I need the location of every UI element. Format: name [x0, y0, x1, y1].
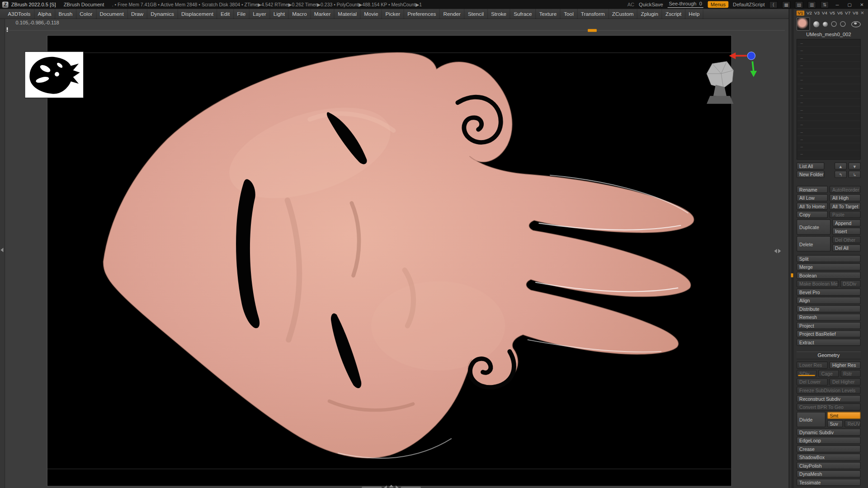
menu-item[interactable]: Material	[335, 9, 361, 19]
menu-item[interactable]: Displacement	[178, 9, 217, 19]
lower-res-button[interactable]: Lower Res	[797, 361, 828, 369]
menu-item[interactable]: Sufrace	[510, 9, 536, 19]
material-ball-icon[interactable]	[813, 21, 820, 27]
extract-button[interactable]: Extract	[797, 338, 861, 346]
delete-button[interactable]: Delete	[797, 236, 830, 252]
menu-item[interactable]: Preferences	[404, 9, 440, 19]
all-high-button[interactable]: All High	[830, 194, 861, 202]
layout-columns-icon[interactable]: ▥	[808, 1, 816, 8]
project-button[interactable]: Project	[797, 322, 861, 329]
new-folder-button[interactable]: New Folder	[797, 171, 825, 178]
visibility-eye-icon[interactable]	[851, 21, 861, 27]
geometry-section-header[interactable]: Geometry	[797, 352, 861, 359]
higher-res-button[interactable]: Higher Res	[830, 361, 861, 369]
subtool-name[interactable]: UMesh_mesh0_002	[797, 32, 861, 38]
subtool-row[interactable]: –	[797, 40, 860, 47]
menu-item[interactable]: Picker	[382, 9, 404, 19]
rename-button[interactable]: Rename	[797, 186, 828, 193]
append-button[interactable]: Append	[832, 219, 861, 226]
sdiv-slider[interactable]: SDiv	[797, 370, 817, 377]
dock-icon[interactable]: ⟨	[769, 1, 778, 8]
menu-item[interactable]: Alpha	[34, 9, 55, 19]
menu-item[interactable]: Color	[76, 9, 96, 19]
subtool-row[interactable]: –	[797, 99, 860, 106]
shadowbox-button[interactable]: ShadowBox	[797, 454, 861, 461]
project-basrelief-button[interactable]: Project BasRelief	[797, 330, 861, 338]
sculpt-mesh[interactable]	[47, 36, 731, 486]
menu-item[interactable]: Layer	[250, 9, 270, 19]
move-down-button[interactable]: ▼	[849, 162, 861, 169]
view-tab[interactable]: V6	[837, 10, 843, 15]
all-to-target-button[interactable]: All To Target	[830, 202, 861, 210]
view-tab[interactable]: V8	[853, 10, 858, 15]
copy-button[interactable]: Copy	[797, 211, 828, 218]
all-to-home-button[interactable]: All To Home	[797, 202, 828, 210]
del-other-button[interactable]: Del Other	[832, 236, 861, 243]
view-tab[interactable]: V7	[845, 10, 850, 15]
move-up-button[interactable]: ▲	[835, 162, 847, 169]
menu-item[interactable]: Macro	[289, 9, 311, 19]
tray-toggle-arrow-left[interactable]	[0, 248, 3, 252]
menu-item[interactable]: Brush	[55, 9, 76, 19]
freeze-subdivision-button[interactable]: Freeze SubDivision Levels	[797, 387, 861, 394]
list-all-button[interactable]: List All	[797, 162, 825, 169]
swap-vertical-icon[interactable]: ⇅	[821, 1, 829, 8]
subtool-row[interactable]: –	[797, 47, 860, 54]
tab-v1[interactable]: V1	[797, 10, 804, 15]
subtool-row[interactable]: –	[797, 84, 860, 91]
scrollbar-left-bar[interactable]	[362, 486, 382, 488]
scrollbar-right-bar[interactable]	[401, 486, 421, 488]
color-ring-icon[interactable]	[831, 21, 836, 27]
menu-item[interactable]: Movie	[361, 9, 382, 19]
menu-item[interactable]: Texture	[536, 9, 561, 19]
subtool-row[interactable]: –	[797, 129, 860, 136]
menu-item[interactable]: Stencil	[465, 9, 488, 19]
subtool-row[interactable]: –	[797, 144, 860, 151]
see-through-slider[interactable]: See-through 0	[668, 1, 703, 8]
menu-item[interactable]: Light	[270, 9, 288, 19]
menu-item[interactable]: Tool	[561, 9, 578, 19]
edgeloop-button[interactable]: EdgeLoop	[797, 437, 861, 444]
menu-item[interactable]: Transform	[577, 9, 609, 19]
texture-ring-icon[interactable]	[840, 21, 845, 27]
cage-button[interactable]: Cage	[818, 370, 839, 377]
bevel-pro-button[interactable]: Bevel Pro	[797, 288, 861, 296]
all-low-button[interactable]: All Low	[797, 194, 828, 202]
view-tab[interactable]: V4	[822, 10, 827, 15]
menu-item[interactable]: ZCustom	[609, 9, 637, 19]
dsdiv-button[interactable]: DSDiv	[840, 280, 861, 287]
subtool-row[interactable]: –	[797, 114, 860, 121]
view-tab[interactable]: V3	[814, 10, 820, 15]
menu-item[interactable]: Render	[440, 9, 465, 19]
axis-gizmo[interactable]	[726, 48, 761, 79]
folder-up-icon[interactable]: ↰	[835, 171, 847, 178]
see-through-track[interactable]	[668, 7, 703, 7]
canvas-scrollbar[interactable]	[362, 485, 421, 488]
tessimate-button[interactable]: Tessimate	[797, 479, 861, 486]
subtool-row[interactable]: –	[797, 121, 860, 128]
panel-close-icon[interactable]: ✕	[860, 10, 864, 15]
active-tool-thumbnail[interactable]	[797, 17, 810, 31]
menu-item[interactable]: Marker	[311, 9, 335, 19]
convert-bpr-button[interactable]: Convert BPR To Geo	[797, 404, 861, 411]
menu-item[interactable]: File	[234, 9, 250, 19]
menu-item[interactable]: Edit	[217, 9, 234, 19]
view-tab[interactable]: V5	[830, 10, 835, 15]
minimize-button[interactable]: ─	[833, 1, 841, 8]
dynamesh-button[interactable]: DynaMesh	[797, 470, 861, 478]
del-higher-button[interactable]: Del Higher	[830, 378, 861, 385]
scroll-right-icon[interactable]	[396, 485, 398, 488]
align-button[interactable]: Align	[797, 297, 861, 304]
menu-item[interactable]: Document	[96, 9, 128, 19]
document-canvas[interactable]	[47, 36, 731, 486]
subtool-row[interactable]: –	[797, 62, 860, 69]
timeline-track[interactable]	[5, 30, 785, 31]
distribute-button[interactable]: Distribute	[797, 305, 861, 312]
split-button[interactable]: Split	[797, 255, 861, 262]
crease-button[interactable]: Crease	[797, 445, 861, 452]
smt-toggle-button[interactable]: Smt	[827, 412, 861, 419]
subtool-row[interactable]: –	[797, 69, 860, 76]
menu-item[interactable]: Help	[685, 9, 703, 19]
menu-item[interactable]: A3DTools	[5, 9, 34, 19]
reconstruct-subdiv-button[interactable]: Reconstruct Subdiv	[797, 395, 861, 402]
